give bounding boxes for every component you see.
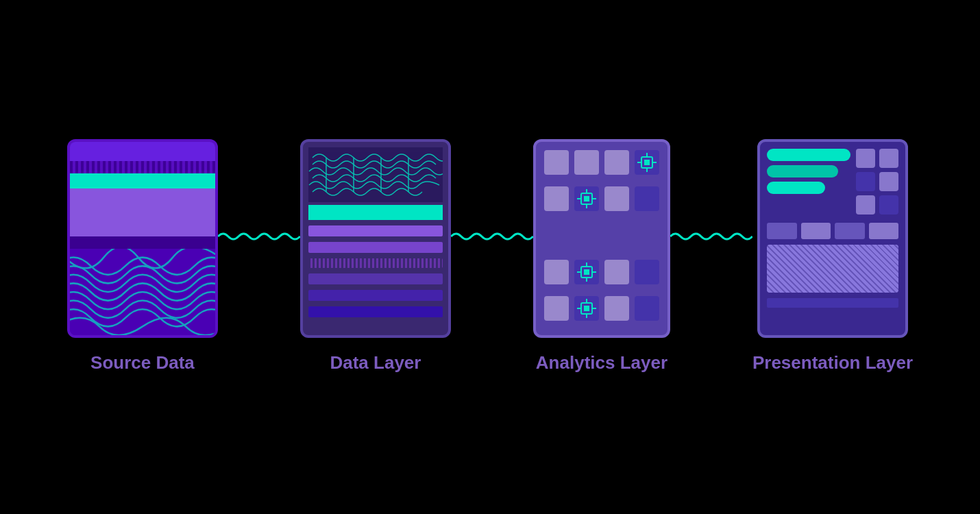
ag-empty-3: [604, 223, 629, 247]
dl-pattern-area: [308, 147, 443, 202]
ag-chip-3: [574, 260, 599, 284]
data-layer-card: [300, 139, 451, 338]
ag-cell-6: [635, 186, 659, 211]
ag-chip-1: [635, 150, 659, 175]
pl-pill-3: [767, 182, 825, 194]
pl-mid-3: [835, 223, 865, 239]
presentation-layer-label: Presentation Layer: [752, 352, 913, 375]
svg-rect-5: [644, 160, 650, 165]
data-layer-label: Data Layer: [330, 352, 421, 375]
dl-dotted-bar: [308, 258, 443, 268]
presentation-layer-section: Presentation Layer: [752, 139, 913, 375]
presentation-layer-card: [757, 139, 908, 338]
pl-bottom-bar: [767, 298, 898, 308]
ag-cell-8: [604, 260, 629, 284]
pl-sq-3: [856, 172, 875, 191]
ag-chip-2: [574, 186, 599, 211]
data-layer-section: Data Layer: [300, 139, 451, 375]
pl-small-grid-3: [856, 195, 898, 215]
ag-cell-5: [604, 186, 629, 211]
pl-pill-2: [767, 165, 838, 178]
ag-chip-4: [574, 296, 599, 321]
analytics-layer-card: [533, 139, 670, 338]
pl-top-right: [856, 149, 898, 215]
ag-cell-1: [544, 150, 569, 175]
ag-cell-10: [544, 296, 569, 321]
connector-3: [670, 228, 752, 245]
pl-sq-2: [879, 149, 898, 168]
pl-top-row: [767, 149, 898, 215]
pl-sq-1: [856, 149, 875, 168]
sd-fingerprint-pattern: [70, 249, 215, 335]
source-data-card: [67, 139, 218, 338]
ag-cell-7: [544, 260, 569, 284]
diagram-container: Source Data: [45, 139, 935, 375]
dl-bar-1: [308, 225, 443, 236]
pl-small-grid-bottom: [856, 172, 898, 191]
sd-stripe-2: [70, 161, 215, 173]
ag-cell-4: [544, 186, 569, 211]
sd-teal-bar: [70, 173, 215, 188]
pl-sq-5: [856, 195, 875, 215]
dl-bar-4: [308, 273, 443, 284]
pl-mid-grid: [767, 223, 898, 239]
svg-rect-17: [584, 269, 589, 275]
dl-teal-bar: [308, 205, 443, 220]
pl-dotted-section: [767, 245, 898, 293]
connector-1: [218, 228, 300, 245]
analytics-layer-section: Analytics Layer: [533, 139, 670, 375]
pl-sq-4: [879, 172, 898, 191]
ag-cell-2: [574, 150, 599, 175]
connector-2: [451, 228, 533, 245]
dl-bar-5: [308, 290, 443, 301]
ag-empty-4: [635, 223, 659, 247]
svg-rect-11: [584, 196, 589, 201]
analytics-grid: [544, 150, 659, 327]
svg-rect-23: [584, 306, 589, 311]
ag-empty-1: [544, 223, 569, 247]
pl-pills-section: [767, 149, 850, 194]
sd-stripe-1: [70, 142, 215, 161]
dl-bar-6: [308, 306, 443, 317]
pl-mid-2: [801, 223, 831, 239]
pl-mid-4: [869, 223, 899, 239]
ag-cell-3: [604, 150, 629, 175]
ag-empty-2: [574, 223, 599, 247]
sd-purple-block: [70, 188, 215, 236]
pl-mid-1: [767, 223, 797, 239]
ag-cell-12: [635, 296, 659, 321]
pl-pill-1: [767, 149, 850, 161]
pl-sq-6: [879, 195, 898, 215]
sd-stripe-3: [70, 236, 215, 249]
source-data-layer: Source Data: [67, 139, 218, 375]
source-data-label: Source Data: [90, 352, 195, 375]
dl-bar-2: [308, 242, 443, 253]
pl-small-grid-top: [856, 149, 898, 168]
ag-cell-9: [635, 260, 659, 284]
ag-cell-11: [604, 296, 629, 321]
analytics-layer-label: Analytics Layer: [536, 352, 667, 375]
